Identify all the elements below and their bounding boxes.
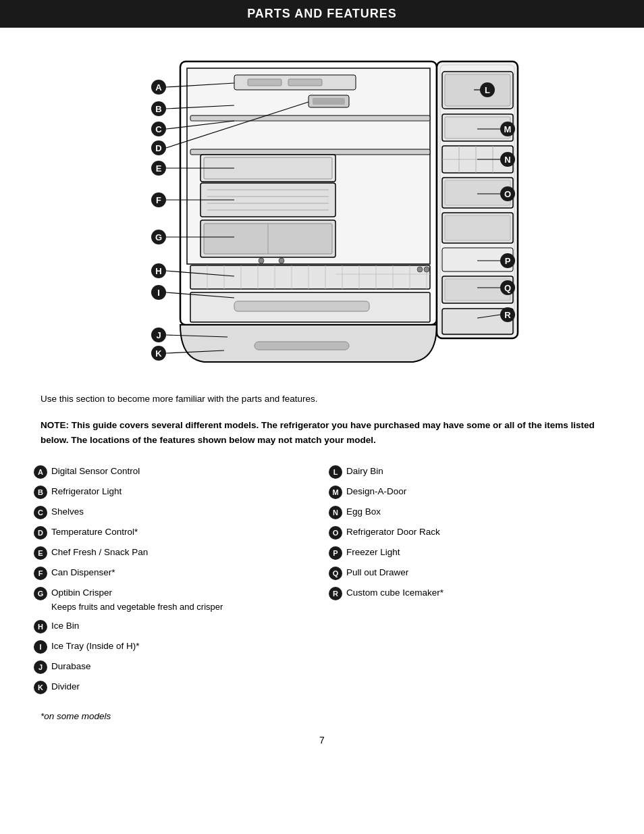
- part-badge: M: [329, 486, 342, 499]
- svg-text:M: M: [504, 124, 512, 134]
- parts-left-column: ADigital Sensor ControlBRefrigerator Lig…: [34, 465, 315, 700]
- refrigerator-diagram: A B C D E F G H I J: [99, 41, 545, 372]
- part-badge: E: [34, 546, 47, 560]
- svg-rect-7: [190, 115, 430, 121]
- svg-rect-57: [445, 215, 510, 240]
- part-badge: L: [329, 465, 342, 479]
- parts-right-column: LDairy BinMDesign-A-DoorNEgg BoxORefrige…: [329, 465, 610, 700]
- part-label: Refrigerator Door Rack: [346, 525, 610, 539]
- intro-text: Use this section to become more familiar…: [0, 386, 644, 413]
- page-number: 7: [0, 728, 644, 752]
- part-badge: F: [34, 567, 47, 580]
- list-item: FCan Dispenser*: [34, 566, 315, 580]
- svg-point-21: [279, 258, 284, 263]
- part-label: Pull out Drawer: [346, 566, 610, 579]
- svg-text:H: H: [155, 266, 161, 276]
- part-label: Durabase: [51, 660, 315, 673]
- svg-text:B: B: [155, 104, 161, 114]
- part-label: Temperature Control*: [51, 525, 315, 539]
- list-item: EChef Fresh / Snack Pan: [34, 546, 315, 560]
- diagram-container: A B C D E F G H I J: [0, 34, 644, 386]
- part-label: Freezer Light: [346, 546, 610, 559]
- svg-rect-42: [254, 342, 349, 350]
- part-sub-label: Keeps fruits and vegetable fresh and cri…: [51, 600, 315, 614]
- list-item: HIce Bin: [34, 619, 315, 633]
- svg-rect-41: [234, 301, 369, 311]
- list-item: ADigital Sensor Control: [34, 465, 315, 479]
- list-item: JDurabase: [34, 660, 315, 674]
- part-badge: O: [329, 526, 342, 540]
- list-item: ORefrigerator Door Rack: [329, 525, 610, 540]
- svg-text:I: I: [157, 288, 160, 298]
- svg-rect-4: [288, 79, 322, 86]
- part-label: Ice Tray (Inside of H)*: [51, 640, 315, 653]
- svg-text:J: J: [156, 330, 161, 340]
- svg-text:R: R: [504, 310, 511, 320]
- list-item: GOptibin CrisperKeeps fruits and vegetab…: [34, 586, 315, 613]
- list-item: IIce Tray (Inside of H)*: [34, 640, 315, 654]
- svg-point-20: [259, 258, 264, 263]
- part-label: Digital Sensor Control: [51, 465, 315, 478]
- part-badge: C: [34, 506, 47, 519]
- svg-text:F: F: [156, 195, 161, 205]
- svg-point-39: [424, 267, 429, 272]
- part-badge: G: [34, 587, 47, 600]
- part-label: Chef Fresh / Snack Pan: [51, 546, 315, 559]
- page-header: PARTS AND FEATURES: [0, 0, 644, 28]
- svg-rect-3: [248, 79, 281, 86]
- svg-text:L: L: [485, 85, 490, 95]
- svg-text:N: N: [504, 155, 510, 165]
- svg-text:G: G: [155, 232, 162, 242]
- svg-text:Q: Q: [504, 283, 511, 293]
- part-badge: A: [34, 465, 47, 479]
- part-label: Ice Bin: [51, 619, 315, 633]
- list-item: MDesign-A-Door: [329, 485, 610, 499]
- list-item: BRefrigerator Light: [34, 485, 315, 499]
- svg-text:D: D: [155, 143, 161, 153]
- part-label: Design-A-Door: [346, 485, 610, 498]
- list-item: NEgg Box: [329, 505, 610, 519]
- part-label: Egg Box: [346, 505, 610, 519]
- list-item: PFreezer Light: [329, 546, 610, 560]
- part-badge: R: [329, 587, 342, 600]
- part-label: Can Dispenser*: [51, 566, 315, 579]
- svg-text:O: O: [504, 189, 511, 199]
- part-badge: P: [329, 546, 342, 560]
- list-item: DTemperature Control*: [34, 525, 315, 540]
- svg-text:E: E: [156, 163, 162, 174]
- svg-rect-6: [313, 98, 345, 105]
- part-badge: Q: [329, 567, 342, 580]
- svg-text:A: A: [155, 82, 162, 93]
- list-item: LDairy Bin: [329, 465, 610, 479]
- part-badge: D: [34, 526, 47, 540]
- header-title: PARTS AND FEATURES: [247, 7, 397, 20]
- part-label: Shelves: [51, 505, 315, 519]
- list-item: RCustom cube Icemaker*: [329, 586, 610, 600]
- svg-text:C: C: [155, 124, 162, 134]
- part-badge: H: [34, 620, 47, 633]
- footnote: *on some models: [0, 707, 644, 728]
- part-label: Custom cube Icemaker*: [346, 586, 610, 600]
- part-badge: K: [34, 681, 47, 694]
- part-badge: B: [34, 486, 47, 499]
- note-text: NOTE: This guide covers several differen…: [0, 413, 644, 458]
- list-item: KDivider: [34, 680, 315, 694]
- part-badge: N: [329, 506, 342, 519]
- list-item: QPull out Drawer: [329, 566, 610, 580]
- part-badge: I: [34, 640, 47, 654]
- part-badge: J: [34, 660, 47, 674]
- svg-point-38: [417, 267, 423, 272]
- part-label: Dairy Bin: [346, 465, 610, 478]
- parts-list-container: ADigital Sensor ControlBRefrigerator Lig…: [0, 458, 644, 707]
- svg-rect-9: [190, 149, 430, 155]
- part-label: Divider: [51, 680, 315, 694]
- list-item: CShelves: [34, 505, 315, 519]
- part-label: Refrigerator Light: [51, 485, 315, 498]
- svg-text:P: P: [505, 256, 511, 266]
- svg-rect-22: [190, 265, 430, 289]
- svg-text:K: K: [155, 348, 162, 359]
- part-label: Optibin CrisperKeeps fruits and vegetabl…: [51, 586, 315, 613]
